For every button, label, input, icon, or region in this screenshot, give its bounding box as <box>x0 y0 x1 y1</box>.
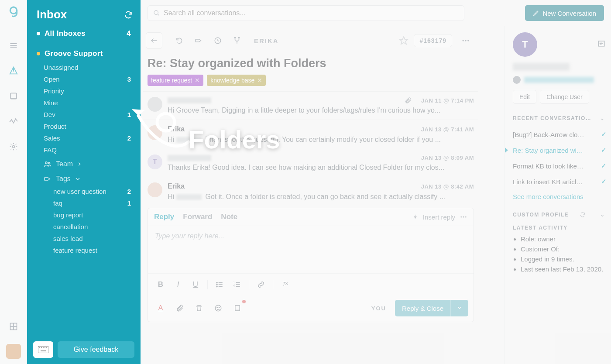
search-field[interactable] <box>164 9 459 17</box>
underline-button[interactable]: U <box>188 277 203 292</box>
team-icon <box>44 160 51 168</box>
recent-conversation-item[interactable]: Re: Stay organized wi…✓ <box>513 142 608 158</box>
tag-button[interactable] <box>190 32 207 49</box>
check-icon: ✓ <box>601 146 607 154</box>
custom-profile-header[interactable]: CUSTOM PROFILE ⌄ <box>513 212 608 218</box>
tab-note[interactable]: Note <box>221 213 237 221</box>
nav-reports-icon[interactable] <box>6 113 21 129</box>
folder-item[interactable]: Mine <box>44 97 141 109</box>
sidebar-all-inboxes[interactable]: All Inboxes 4 <box>27 26 141 41</box>
collapse-panel-button[interactable] <box>597 39 606 50</box>
user-icon <box>513 76 521 84</box>
link-button[interactable] <box>254 277 268 292</box>
activity-item: Logged in 9 times. <box>521 255 608 263</box>
nav-grid-icon[interactable] <box>6 319 21 334</box>
italic-button[interactable]: I <box>171 277 185 292</box>
folder-item[interactable]: Unassigned <box>44 62 141 73</box>
edit-contact-button[interactable]: Edit <box>513 90 536 104</box>
tag-pill[interactable]: feature request✕ <box>148 75 203 86</box>
recent-conversation-item[interactable]: Format KB to look like…✓ <box>513 158 608 174</box>
svg-point-11 <box>45 162 48 164</box>
folder-item[interactable]: Product <box>44 120 141 132</box>
more-button[interactable] <box>457 32 474 49</box>
folder-item[interactable]: Priority <box>44 85 141 97</box>
search-input[interactable] <box>148 5 464 21</box>
message-item[interactable]: T JAN 13 @ 8:09 AM Thanks Erika! Good id… <box>143 149 478 177</box>
keyboard-icon <box>38 346 48 353</box>
message-preview: Hi Groove Team, Digging in a little deep… <box>168 106 474 114</box>
message-item[interactable]: ErikaJAN 13 @ 8:42 AM Hi Got it. Once a … <box>143 177 478 206</box>
insert-reply-button[interactable]: Insert reply <box>423 213 455 221</box>
tag-item[interactable]: new user question2 <box>53 185 141 197</box>
sender-name: Erika <box>168 125 185 133</box>
tab-reply[interactable]: Reply <box>154 213 174 221</box>
svg-point-31 <box>463 216 464 218</box>
star-icon[interactable] <box>399 36 408 45</box>
bold-button[interactable]: B <box>153 277 168 292</box>
refresh-icon[interactable] <box>580 212 586 218</box>
see-more-link[interactable]: See more conversations <box>513 193 608 200</box>
message-avatar <box>148 182 162 197</box>
recent-conversation-item[interactable]: [Bug?] Back-Arrow clo…✓ <box>513 127 608 142</box>
new-conversation-button[interactable]: New Conversation <box>525 5 604 21</box>
svg-point-7 <box>12 146 14 148</box>
reply-and-close-button[interactable]: Reply & Close <box>395 300 468 316</box>
reply-dropdown[interactable] <box>450 300 468 316</box>
reply-textarea[interactable]: Type your reply here... <box>148 226 474 273</box>
message-item[interactable]: ErikaJAN 13 @ 7:41 AM Hi Thanks for the … <box>143 120 478 149</box>
check-icon: ✓ <box>601 130 607 138</box>
back-button[interactable] <box>146 32 162 49</box>
refresh-icon[interactable] <box>124 10 133 19</box>
keyboard-shortcuts-button[interactable] <box>33 341 53 358</box>
folder-item[interactable]: Open3 <box>44 73 141 85</box>
sidebar-team[interactable]: Team <box>27 156 141 171</box>
undo-button[interactable] <box>171 32 188 49</box>
attach-button[interactable] <box>172 301 187 316</box>
nav-kb-icon[interactable] <box>6 88 21 104</box>
trash-button[interactable] <box>192 301 206 316</box>
give-feedback-button[interactable]: Give feedback <box>58 341 134 358</box>
message-item[interactable]: JAN 11 @ 7:14 PM Hi Groove Team, Digging… <box>143 91 478 120</box>
change-user-button[interactable]: Change User <box>540 90 589 104</box>
contact-avatar[interactable]: T <box>513 32 537 57</box>
remove-tag-icon[interactable]: ✕ <box>257 77 262 84</box>
tag-pill[interactable]: knowledge base✕ <box>207 75 266 86</box>
number-list-button[interactable]: 123 <box>230 277 244 292</box>
tag-item[interactable]: sales lead <box>53 233 141 244</box>
more-icon[interactable] <box>460 213 467 221</box>
sidebar-mailbox[interactable]: Groove Support <box>27 46 141 62</box>
folder-item[interactable]: Dev1 <box>44 109 141 120</box>
sidebar-tags[interactable]: Tags <box>27 171 141 185</box>
emoji-button[interactable] <box>211 301 226 316</box>
user-avatar[interactable] <box>6 344 21 359</box>
tab-forward[interactable]: Forward <box>183 213 212 221</box>
folder-item[interactable]: Sales2 <box>44 132 141 144</box>
latest-activity-title: LATEST ACTIVITY <box>513 225 608 231</box>
recent-conversation-item[interactable]: Link to insert KB articl…✓ <box>513 174 608 189</box>
nav-inbox-icon[interactable] <box>6 63 21 79</box>
main-area: New Conversation ERIKA #163179 Re: Stay … <box>141 0 611 364</box>
message-avatar <box>148 125 162 140</box>
bullet-list-button[interactable] <box>212 277 227 292</box>
merge-button[interactable] <box>229 32 245 49</box>
snooze-button[interactable] <box>209 32 226 49</box>
tag-item[interactable]: feature request <box>53 244 141 256</box>
assignee-label[interactable]: ERIKA <box>254 37 279 45</box>
activity-item: Role: owner <box>521 235 608 243</box>
remove-tag-icon[interactable]: ✕ <box>195 77 200 84</box>
mailbox-label: Groove Support <box>45 49 131 58</box>
conversation-id[interactable]: #163179 <box>414 34 452 47</box>
message-preview: Thanks Erika! Good idea. I can see how m… <box>168 164 474 172</box>
recent-conversations-header[interactable]: RECENT CONVERSATIO… ⌄ <box>513 115 608 121</box>
tag-item[interactable]: cancellation <box>53 221 141 233</box>
menu-icon[interactable] <box>6 38 21 53</box>
clear-format-button[interactable]: T <box>278 277 292 292</box>
tag-item[interactable]: bug report <box>53 209 141 221</box>
kb-insert-button[interactable] <box>230 301 245 316</box>
tag-item[interactable]: faq1 <box>53 197 141 209</box>
nav-settings-icon[interactable] <box>6 139 21 155</box>
folder-item[interactable]: FAQ <box>44 144 141 156</box>
svg-rect-19 <box>41 350 46 351</box>
assignee-you: YOU <box>371 305 386 312</box>
text-color-button[interactable]: A <box>153 301 168 316</box>
